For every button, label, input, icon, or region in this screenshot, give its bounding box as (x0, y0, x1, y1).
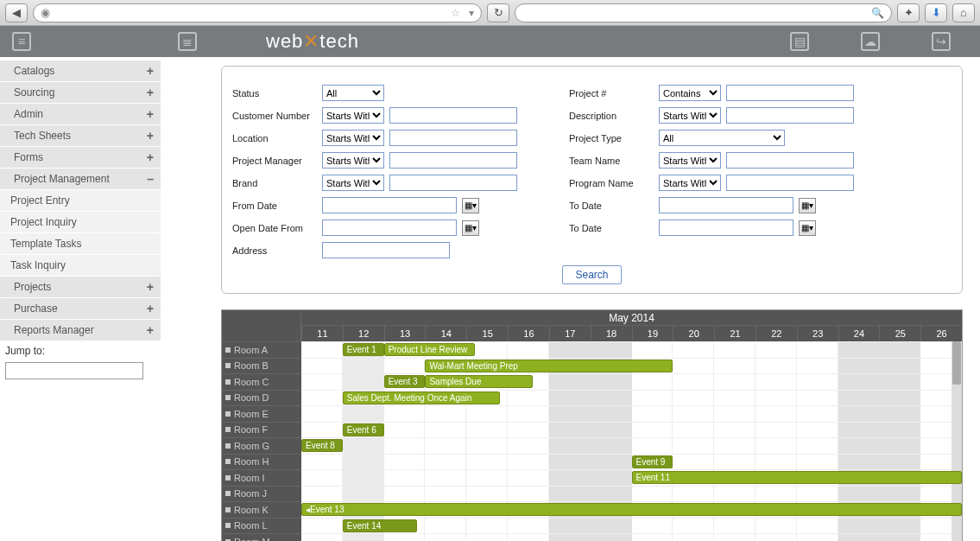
filter-date-left-6[interactable] (322, 220, 457, 236)
sidebar-item-purchase[interactable]: Purchase+ (0, 298, 161, 320)
expand-square-icon[interactable] (225, 347, 231, 353)
gantt-room-room-c[interactable]: Room C (222, 373, 301, 390)
filter-select-right-2[interactable]: All (659, 130, 785, 146)
gantt-event[interactable]: Samples Due (425, 375, 532, 388)
expand-icon[interactable]: + (147, 88, 154, 97)
filter-op-left-2[interactable]: Starts With (322, 130, 384, 146)
expand-icon[interactable]: + (147, 153, 154, 162)
filter-op-right-1[interactable]: Starts With (659, 107, 721, 124)
header-list-icon[interactable]: ≣ (178, 32, 197, 51)
sidebar-item-tech-sheets[interactable]: Tech Sheets+ (0, 125, 161, 147)
gantt-room-room-h[interactable]: Room H (222, 454, 301, 470)
gantt-room-room-d[interactable]: Room D (222, 390, 301, 406)
gantt-room-room-g[interactable]: Room G (222, 437, 301, 454)
filter-op-right-3[interactable]: Starts With (659, 152, 721, 169)
gantt-event[interactable]: Product Line Review (384, 343, 475, 356)
expand-icon[interactable]: + (147, 110, 154, 118)
search-button[interactable]: Search (562, 265, 621, 284)
star-icon[interactable]: ☆ (451, 7, 460, 19)
gantt-event[interactable]: Event 3 (384, 375, 426, 388)
bookmark-button[interactable]: ✦ (897, 3, 920, 22)
filter-op-left-3[interactable]: Starts With (322, 152, 384, 169)
gantt-room-room-e[interactable]: Room E (222, 405, 301, 422)
gantt-event[interactable]: Sales Dept. Meeting Once Again (343, 391, 500, 404)
filter-text-left-7[interactable] (322, 242, 450, 258)
filter-op-right-4[interactable]: Starts With (659, 175, 721, 191)
calendar-icon[interactable]: ▦▾ (799, 198, 816, 213)
reload-button[interactable]: ↻ (487, 3, 509, 22)
sidebar-item-template-tasks[interactable]: Template Tasks (0, 233, 161, 255)
gantt-room-room-m[interactable]: Room M (222, 533, 301, 541)
filter-date-right-5[interactable] (659, 197, 793, 213)
filter-input-right-4[interactable] (726, 175, 854, 191)
filter-op-left-4[interactable]: Starts With (322, 175, 384, 191)
calendar-icon[interactable]: ▦▾ (462, 198, 479, 213)
sidebar-item-catalogs[interactable]: Catalogs+ (0, 60, 161, 82)
expand-square-icon[interactable] (225, 443, 231, 449)
download-button[interactable]: ⬇ (925, 3, 947, 22)
address-bar[interactable]: ◉ ☆ ▾ (33, 3, 482, 22)
gantt-room-room-j[interactable]: Room J (222, 486, 301, 502)
header-exit-icon[interactable]: ↪ (932, 32, 951, 51)
expand-icon[interactable]: + (147, 283, 154, 291)
expand-square-icon[interactable] (225, 411, 231, 417)
sidebar-item-admin[interactable]: Admin+ (0, 104, 161, 125)
back-button[interactable]: ◀ (5, 3, 28, 22)
filter-input-right-1[interactable] (726, 107, 854, 124)
home-button[interactable]: ⌂ (952, 3, 975, 22)
sidebar-item-project-inquiry[interactable]: Project Inquiry (0, 212, 161, 233)
gantt-event[interactable]: Event 9 (632, 455, 673, 468)
gantt-room-room-k[interactable]: Room K (222, 501, 301, 518)
gantt-event[interactable]: Event 6 (343, 423, 384, 436)
gantt-event[interactable]: Event 14 (343, 519, 417, 532)
expand-icon[interactable]: + (147, 304, 154, 313)
expand-square-icon[interactable] (225, 379, 231, 385)
sidebar-item-reports-manager[interactable]: Reports Manager+ (0, 320, 161, 341)
sidebar-item-project-entry[interactable]: Project Entry (0, 190, 161, 212)
header-doc-icon[interactable]: ▤ (790, 32, 809, 51)
expand-square-icon[interactable] (225, 523, 231, 528)
sidebar-item-projects[interactable]: Projects+ (0, 277, 161, 298)
filter-op-left-1[interactable]: Starts With (322, 107, 384, 124)
filter-input-left-3[interactable] (389, 152, 517, 169)
expand-icon[interactable]: – (147, 175, 154, 183)
browser-search[interactable]: 🔍 (515, 3, 892, 22)
filter-select-left-0[interactable]: All (322, 85, 384, 101)
sidebar-item-forms[interactable]: Forms+ (0, 147, 161, 169)
sidebar-item-task-inquiry[interactable]: Task Inquiry (0, 255, 161, 277)
filter-input-right-0[interactable] (726, 85, 854, 101)
gantt-room-room-b[interactable]: Room B (222, 358, 301, 374)
filter-op-right-0[interactable]: Contains (659, 85, 721, 101)
filter-input-right-3[interactable] (726, 152, 854, 169)
gantt-event[interactable]: Event 11 (632, 471, 963, 484)
gantt-room-room-i[interactable]: Room I (222, 469, 301, 486)
jump-to-input[interactable] (5, 362, 143, 379)
filter-date-left-5[interactable] (322, 197, 457, 213)
expand-square-icon[interactable] (225, 395, 231, 400)
gantt-room-room-f[interactable]: Room F (222, 422, 301, 438)
gantt-room-room-a[interactable]: Room A (222, 341, 301, 358)
sidebar-item-project-management[interactable]: Project Management– (0, 169, 161, 190)
expand-square-icon[interactable] (225, 427, 231, 432)
expand-icon[interactable]: + (147, 131, 154, 140)
expand-square-icon[interactable] (225, 459, 231, 464)
header-chat-icon[interactable]: ☁ (861, 32, 880, 51)
sidebar-item-sourcing[interactable]: Sourcing+ (0, 82, 161, 104)
filter-date-right-6[interactable] (659, 220, 793, 236)
header-menu-icon[interactable]: ≡ (12, 32, 31, 51)
gantt-event[interactable]: Wal-Mart Meeting Prep (425, 360, 673, 372)
filter-input-left-2[interactable] (389, 130, 517, 146)
expand-icon[interactable]: + (147, 67, 154, 75)
filter-input-left-4[interactable] (389, 175, 517, 191)
calendar-icon[interactable]: ▦▾ (462, 220, 479, 236)
filter-input-left-1[interactable] (389, 107, 517, 124)
dropdown-icon[interactable]: ▾ (469, 7, 474, 19)
expand-square-icon[interactable] (225, 507, 231, 512)
gantt-event[interactable]: Event 8 (301, 439, 343, 452)
gantt-event[interactable]: Event 1 (343, 343, 384, 356)
calendar-icon[interactable]: ▦▾ (799, 220, 816, 236)
gantt-room-room-l[interactable]: Room L (222, 518, 301, 534)
gantt-event[interactable]: ◂Event 13 (301, 503, 962, 516)
expand-square-icon[interactable] (225, 475, 231, 481)
expand-square-icon[interactable] (225, 491, 231, 496)
